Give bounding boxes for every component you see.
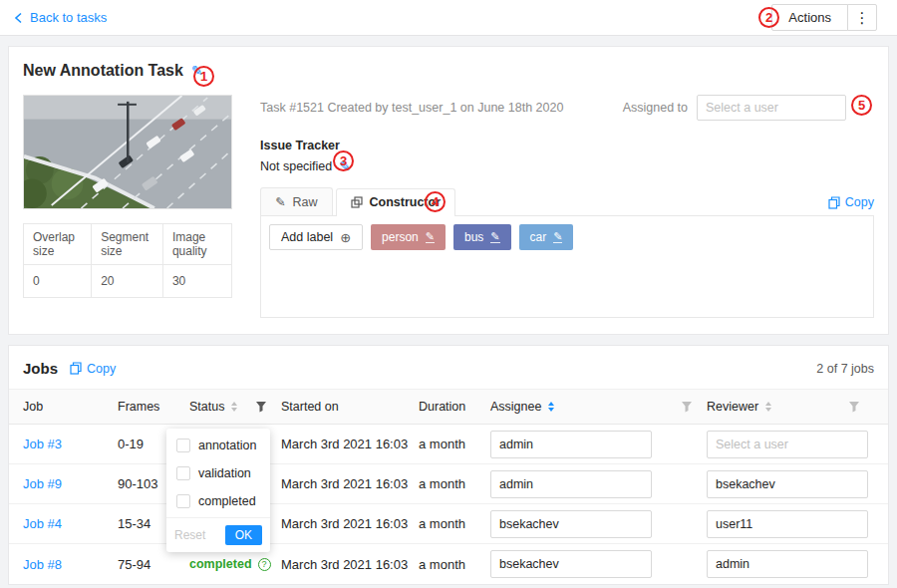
assignee-input[interactable] [490, 470, 652, 498]
column-header-started[interactable]: Started on [281, 400, 419, 414]
column-header-reviewer[interactable]: Reviewer [707, 400, 874, 414]
task-parameters-table: Overlap size Segment size Image quality … [23, 223, 232, 298]
table-row: Job #8 75-94 completed ? March 3rd 2021 … [9, 544, 888, 584]
checkbox-completed[interactable] [176, 494, 190, 508]
filter-icon-reviewer[interactable] [848, 401, 860, 413]
param-value-overlap: 0 [24, 265, 92, 298]
label-tag-bus[interactable]: bus ✎ [453, 224, 511, 250]
issue-tracker-value: Not specified [260, 159, 332, 173]
question-circle-icon[interactable]: ? [258, 558, 271, 571]
edit-label-icon[interactable]: ✎ [426, 231, 435, 243]
labels-tabs: ✎ Raw Constructor Copy Add label [260, 187, 874, 318]
jobs-title: Jobs [23, 360, 58, 377]
assignee-input[interactable] [490, 431, 652, 458]
started-cell: March 3rd 2021 16:03 [281, 557, 419, 572]
frames-cell: 75-94 [118, 557, 189, 572]
reviewer-input[interactable] [707, 431, 868, 458]
column-header-frames[interactable]: Frames [118, 400, 189, 414]
job-link[interactable]: Job #9 [23, 476, 62, 491]
column-header-status[interactable]: Status [189, 400, 281, 414]
issue-tracker-label: Issue Tracker [260, 139, 874, 152]
task-title: New Annotation Task [23, 62, 183, 80]
jobs-count: 2 of 7 jobs [816, 362, 874, 376]
job-link[interactable]: Job #4 [23, 516, 62, 531]
copy-icon [828, 196, 840, 209]
topbar: Back to tasks Actions ⋮ [0, 0, 897, 36]
jobs-card: Jobs Copy 2 of 7 jobs Job Frames Status … [8, 345, 889, 585]
column-header-job[interactable]: Job [23, 400, 118, 414]
task-right-column: Task #1521 Created by test_user_1 on Jun… [260, 95, 874, 318]
jobs-table-header: Job Frames Status Started on Duration As… [9, 389, 888, 425]
filter-option-completed[interactable]: completed [166, 487, 270, 515]
pencil-icon: ✎ [275, 194, 285, 209]
param-header-overlap: Overlap size [24, 224, 92, 265]
filter-icon-status[interactable] [255, 401, 267, 413]
sort-icon-reviewer[interactable] [765, 402, 771, 412]
assigned-to-group: Assigned to [623, 95, 846, 121]
task-left-column: Overlap size Segment size Image quality … [23, 95, 232, 318]
back-chevron-icon [14, 12, 23, 24]
assignee-input[interactable] [490, 550, 652, 578]
tab-constructor[interactable]: Constructor [336, 188, 456, 216]
edit-title-icon[interactable]: ✎ [191, 64, 203, 78]
add-label-button[interactable]: Add label ⊕ [269, 224, 363, 250]
filter-option-annotation[interactable]: annotation [166, 432, 270, 459]
duration-cell: a month [419, 557, 490, 572]
status-filter-dropdown: annotation validation completed Reset OK [166, 429, 270, 552]
jobs-copy-link[interactable]: Copy [70, 362, 116, 376]
sort-icon-assignee[interactable] [548, 402, 554, 412]
checkbox-annotation[interactable] [176, 439, 190, 452]
task-preview-image [23, 95, 232, 209]
filter-ok-button[interactable]: OK [225, 525, 262, 545]
actions-button[interactable]: Actions [771, 4, 848, 31]
job-link[interactable]: Job #3 [23, 437, 62, 451]
actions-group: Actions ⋮ [771, 4, 877, 31]
param-value-segment: 20 [92, 265, 163, 298]
duration-cell: a month [419, 476, 490, 491]
filter-reset-button[interactable]: Reset [174, 528, 205, 542]
status-cell: completed ? [189, 557, 281, 571]
started-cell: March 3rd 2021 16:03 [281, 476, 419, 491]
task-card: New Annotation Task ✎ [8, 46, 889, 335]
actions-menu-button[interactable]: ⋮ [847, 4, 877, 31]
column-header-duration[interactable]: Duration [419, 400, 490, 414]
labels-copy-link[interactable]: Copy [828, 195, 874, 215]
label-tag-person[interactable]: person ✎ [371, 224, 446, 250]
block-icon [351, 196, 363, 208]
param-header-segment: Segment size [92, 224, 163, 265]
duration-cell: a month [419, 437, 490, 451]
duration-cell: a month [419, 516, 490, 531]
task-meta: Task #1521 Created by test_user_1 on Jun… [260, 101, 563, 115]
reviewer-input[interactable] [707, 550, 868, 578]
reviewer-input[interactable] [707, 510, 868, 538]
plus-circle-icon: ⊕ [340, 231, 351, 244]
labels-constructor-pane: Add label ⊕ person ✎ bus ✎ car ✎ [260, 216, 874, 318]
filter-option-validation[interactable]: validation [166, 459, 270, 487]
started-cell: March 3rd 2021 16:03 [281, 516, 419, 531]
table-row: Job #9 90-103 March 3rd 2021 16:03 a mon… [9, 464, 888, 504]
task-title-row: New Annotation Task ✎ [23, 59, 874, 83]
assigned-to-label: Assigned to [623, 101, 688, 115]
back-to-tasks-link[interactable]: Back to tasks [14, 10, 107, 25]
edit-label-icon[interactable]: ✎ [553, 231, 562, 243]
edit-issue-tracker-icon[interactable]: ✎ [339, 159, 351, 173]
edit-label-icon[interactable]: ✎ [490, 231, 499, 243]
jobs-header: Jobs Copy 2 of 7 jobs [9, 346, 888, 389]
job-link[interactable]: Job #8 [23, 557, 62, 572]
param-header-quality: Image quality [162, 224, 231, 265]
kebab-icon: ⋮ [855, 9, 870, 26]
table-row: Job #3 0-19 March 3rd 2021 16:03 a month [9, 425, 888, 464]
started-cell: March 3rd 2021 16:03 [281, 437, 419, 451]
label-tag-car[interactable]: car ✎ [519, 224, 574, 250]
checkbox-validation[interactable] [176, 466, 190, 480]
assigned-to-input[interactable] [697, 95, 846, 121]
filter-icon-assignee[interactable] [681, 401, 693, 413]
tab-raw[interactable]: ✎ Raw [260, 187, 333, 215]
column-header-assignee[interactable]: Assignee [490, 400, 707, 414]
reviewer-input[interactable] [707, 470, 868, 498]
table-row: Job #4 15-34 March 3rd 2021 16:03 a mont… [9, 504, 888, 544]
back-link-label: Back to tasks [30, 10, 107, 25]
copy-icon [70, 362, 82, 375]
assignee-input[interactable] [490, 510, 652, 538]
sort-icon-status[interactable] [231, 402, 237, 412]
